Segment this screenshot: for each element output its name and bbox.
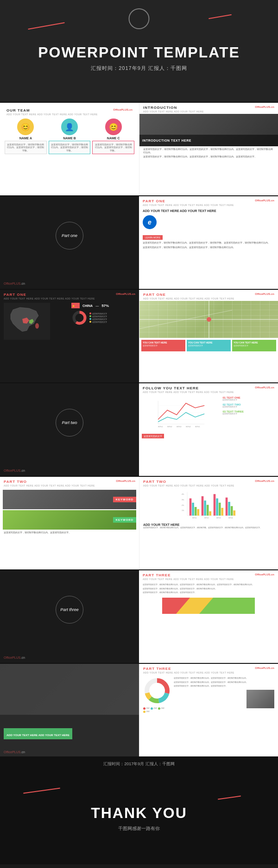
intro-text-2: 这里填写您的文字，请控制字数在两行以内。这里填写您的文字，请控制字数在两行以内。…: [143, 156, 274, 159]
gmap-header-left: PART ONE ADD YOUR TEXT HERE ADD YOUR TEX…: [143, 293, 234, 300]
slide-row-7: ADD YOUR TEXT HERE ADD YOUR TEXT HERE Of…: [0, 664, 278, 756]
colored-boxes: YOU CAN TEXT HERE 这里填写您的文字 YOU CAN TEXT …: [139, 338, 278, 353]
part-one-circle: Part one: [56, 222, 83, 250]
donut-chart-area: 小计 小计 小计 小计: [143, 677, 171, 713]
box-text-2: YOU CAN TEXT HERE: [188, 341, 229, 344]
svg-rect-24: [190, 499, 192, 516]
intro-header-left: INTRODUCTION ADD YOUR TEXT HERE ADD YOUR…: [143, 106, 204, 113]
chart-subtitle: ADD YOUR TEXT HERE ADD YOUR TEXT HERE AD…: [143, 391, 234, 393]
box-desc-3: 这里填写您的文字: [234, 345, 275, 347]
item-2-num: 02 TEXT TWO: [222, 403, 240, 406]
learn-more-btn[interactable]: LEARN MORE: [143, 235, 163, 240]
svg-point-1: [35, 323, 39, 329]
member-name-b: NAME B: [49, 137, 91, 140]
cover-title: POWERPOINT TEMPLATE: [38, 44, 240, 61]
member-desc-b: 这里填写您的文字，请控制字数在两行以内。这里填写您的文字，请控制字数。: [51, 144, 89, 152]
add-text-heading: ADD YOUR TEXT HERE: [143, 523, 274, 526]
part-one-body: ADD YOUR TEXT HERE ADD YOUR TEXT HERE e …: [139, 207, 278, 253]
gmap-subtitle: ADD YOUR TEXT HERE ADD YOUR TEXT HERE AD…: [143, 297, 234, 300]
box-text-3: YOU CAN TEXT HERE: [234, 341, 275, 344]
team-title: OUR TEAM: [6, 108, 98, 112]
keywords-title: PART TWO: [4, 480, 95, 484]
svg-text:80%2: 80%2: [167, 425, 172, 428]
p3c2-header-left: PART THREE ADD YOUR TEXT HERE ADD YOUR T…: [143, 667, 234, 674]
part-three-content-slide: PART THREE ADD YOUR TEXT HERE ADD YOUR T…: [139, 570, 278, 663]
intro-text-1: 这里填写您的文字，请控制字数在两行以内。这里填写您的文字，请控制字数在两行以内。…: [143, 148, 274, 155]
p3c2-header: PART THREE ADD YOUR TEXT HERE ADD YOUR T…: [139, 664, 278, 675]
china-subtitle: ADD YOUR TEXT HERE ADD YOUR TEXT HERE AD…: [4, 297, 95, 300]
p3c2-text-1: 这里填写您的文字，请控制字数在两行以内。这里填写您的文字，请控制字数在两行以内。: [174, 677, 274, 680]
team-logo: OfficePLUS.cn: [113, 108, 133, 111]
p3c-title: PART THREE: [143, 573, 234, 577]
slide-row-4: Part two OfficePLUS.cn FOLLOW YOU TEXT H…: [0, 383, 278, 476]
member-name-a: NAME A: [5, 137, 47, 140]
officeplus-logo-2: OfficePLUS.cn: [4, 469, 25, 472]
add-text-overlay: ADD YOUR TEXT HERE ADD YOUR TEXT HERE: [0, 726, 139, 743]
officeplus-logo-4: OfficePLUS.cn: [4, 750, 25, 754]
item-3-num: 03 TEXT THREE: [222, 410, 244, 413]
box-desc-1: 这里填写您的文字: [143, 345, 184, 347]
gmap-logo: OfficePLUS.cn: [255, 293, 274, 295]
china-label: CHINA: [82, 304, 93, 307]
intro-content: 这里填写您的文字，请控制字数在两行以内。这里填写您的文字，请控制字数在两行以内。…: [139, 146, 278, 161]
part-one-heading: ADD YOUR TEXT HERE ADD YOUR TEXT HERE: [143, 209, 274, 212]
footer-bar: 汇报时间：2017年9月 汇报人：千图网: [0, 757, 278, 771]
chart-header: FOLLOW YOU TEXT HERE ADD YOUR TEXT HERE …: [139, 383, 278, 394]
svg-rect-32: [214, 494, 216, 515]
svg-rect-38: [231, 506, 233, 515]
p3c-subtitle: ADD YOUR TEXT HERE ADD YOUR TEXT HERE AD…: [143, 578, 234, 581]
logo-text-1: OfficePLUS: [4, 282, 20, 285]
chart-slide: FOLLOW YOU TEXT HERE ADD YOUR TEXT HERE …: [139, 383, 278, 476]
svg-rect-27: [197, 509, 199, 516]
svg-rect-29: [204, 500, 206, 516]
part-one-center: Part one: [0, 196, 139, 275]
photo-bg: ADD YOUR TEXT HERE ADD YOUR TEXT HERE Of…: [0, 664, 139, 756]
slide-row-6: Part three OfficePLUS.cn PART THREE ADD …: [0, 570, 278, 663]
svg-text:80%4: 80%4: [186, 425, 191, 428]
china-title: PART ONE: [4, 293, 95, 297]
keyword-tag-2: KEYWORD: [113, 517, 136, 523]
member-card-c: 这里填写您的文字，请控制字数在两行以内。这里填写您的文字，请控制字数。: [92, 141, 134, 154]
stat-line-2: 这里填写您的文字: [89, 315, 107, 318]
part-one-content-slide: PART ONE ADD YOUR TEXT HERE ADD YOUR TEX…: [139, 196, 278, 289]
part-two-label: Part two: [62, 420, 77, 425]
p2c-title: PART TWO: [143, 480, 234, 484]
gmap-title: PART ONE: [143, 293, 234, 297]
part-three-label: Part three: [60, 607, 79, 612]
china-stat-lines: 这里填写您的文字 这里填写您的文字 这里填写您的文字 这里填写您的文字: [89, 312, 107, 324]
p3c2-text-3: 这里填写您的文字，请控制字数在两行以内。这里填写您的文字。: [174, 685, 274, 687]
p3c2-subtitle: ADD YOUR TEXT HERE ADD YOUR TEXT HERE AD…: [143, 671, 234, 674]
donut-legend: 小计 小计 小计 小计: [143, 707, 171, 713]
chart-title: FOLLOW YOU TEXT HERE: [143, 386, 234, 390]
team-header-left: OUR TEAM ADD YOUR TEXT HERE ADD YOUR TEX…: [6, 108, 98, 116]
china-header-left: PART ONE ADD YOUR TEXT HERE ADD YOUR TEX…: [4, 293, 95, 300]
intro-slide: INTRODUCTION ADD YOUR TEXT HERE ADD YOUR…: [139, 103, 278, 195]
avatar-c: 😊: [105, 119, 122, 135]
svg-rect-36: [226, 498, 228, 516]
avatar-b: 👤: [61, 119, 78, 135]
part-three-dark: Part three OfficePLUS.cn: [0, 570, 139, 663]
team-member-a: 😊 NAME A 这里填写您的文字，请控制字数在两行以内。这里填写您的文字，请控…: [5, 119, 47, 154]
color-box-red: YOU CAN TEXT HERE 这里填写您的文字: [141, 340, 185, 351]
svg-text:4%: 4%: [182, 493, 184, 495]
legend-item-2: 小计: [151, 707, 157, 710]
part-one-header: PART ONE ADD YOUR TEXT HERE ADD YOUR TEX…: [139, 196, 278, 207]
p3c2-body: 小计 小计 小计 小计 这里填写您的文字，请控制字数在两行以内。这里填写您的文字…: [139, 675, 278, 715]
keywords-header-left: PART TWO ADD YOUR TEXT HERE ADD YOUR TEX…: [4, 480, 95, 487]
chart-body: 80%1 80%2 80%3 80%4 80%5 这里填写您的文字 01 TEX…: [139, 394, 278, 441]
text-item-2: 02 TEXT TWO 这里填写您的文字: [222, 403, 275, 408]
item-2-desc: 这里填写您的文字: [222, 406, 240, 408]
intro-logo: OfficePLUS.cn: [255, 106, 274, 108]
thankyou-title: THANK YOU: [91, 805, 187, 822]
p3c-text-2: 这里填写您的文字，请控制字数在两行以内。这里填写您的文字，请控制字数在两行以内。: [143, 587, 274, 590]
team-subtitle: ADD YOUR TEXT HERE ADD YOUR TEXT HERE AD…: [6, 113, 98, 116]
svg-rect-26: [195, 507, 197, 516]
svg-rect-34: [219, 503, 221, 516]
p3c-text-1: 这里填写您的文字，请控制字数在两行以内。这里填写您的文字，请控制字数在两行以内。…: [143, 583, 274, 586]
text-item-1-content: 01 TEXT ONE 这里填写您的文字: [222, 396, 240, 401]
svg-text:2%: 2%: [182, 505, 184, 506]
cover-subtitle: 汇报时间：2017年9月 汇报人：千图网: [91, 65, 187, 72]
p3c2-title: PART THREE: [143, 667, 234, 671]
china-body: ★ CHINA — 57% 这里填写您的文字 这里填写您的文字 这里填写您的文字: [0, 301, 139, 343]
china-flag: ★ CHINA — 57%: [71, 303, 135, 308]
